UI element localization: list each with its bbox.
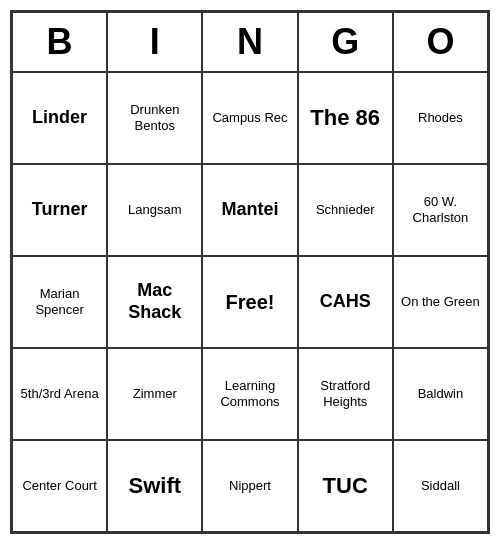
bingo-cell-2-1: Mac Shack [107, 256, 202, 348]
bingo-cell-4-1: Swift [107, 440, 202, 532]
bingo-cell-4-4: Siddall [393, 440, 488, 532]
bingo-row-1: TurnerLangsamManteiSchnieder60 W. Charls… [12, 164, 488, 256]
bingo-cell-3-0: 5th/3rd Arena [12, 348, 107, 440]
bingo-row-4: Center CourtSwiftNippertTUCSiddall [12, 440, 488, 532]
bingo-cell-2-3: CAHS [298, 256, 393, 348]
bingo-cell-0-3: The 86 [298, 72, 393, 164]
header-letter-I: I [107, 12, 202, 72]
bingo-cell-1-3: Schnieder [298, 164, 393, 256]
bingo-cell-1-2: Mantei [202, 164, 297, 256]
bingo-cell-0-4: Rhodes [393, 72, 488, 164]
bingo-body: LinderDrunken BentosCampus RecThe 86Rhod… [12, 72, 488, 532]
bingo-cell-0-1: Drunken Bentos [107, 72, 202, 164]
bingo-cell-4-3: TUC [298, 440, 393, 532]
bingo-cell-2-2: Free! [202, 256, 297, 348]
bingo-cell-0-0: Linder [12, 72, 107, 164]
bingo-cell-0-2: Campus Rec [202, 72, 297, 164]
bingo-cell-1-1: Langsam [107, 164, 202, 256]
bingo-cell-3-2: Learning Commons [202, 348, 297, 440]
bingo-card: BINGO LinderDrunken BentosCampus RecThe … [10, 10, 490, 534]
bingo-cell-4-0: Center Court [12, 440, 107, 532]
bingo-cell-2-0: Marian Spencer [12, 256, 107, 348]
bingo-cell-3-1: Zimmer [107, 348, 202, 440]
header-letter-O: O [393, 12, 488, 72]
bingo-cell-2-4: On the Green [393, 256, 488, 348]
header-letter-G: G [298, 12, 393, 72]
header-letter-N: N [202, 12, 297, 72]
bingo-header: BINGO [12, 12, 488, 72]
bingo-row-2: Marian SpencerMac ShackFree!CAHSOn the G… [12, 256, 488, 348]
bingo-cell-1-4: 60 W. Charlston [393, 164, 488, 256]
bingo-cell-3-3: Stratford Heights [298, 348, 393, 440]
bingo-cell-3-4: Baldwin [393, 348, 488, 440]
bingo-cell-4-2: Nippert [202, 440, 297, 532]
header-letter-B: B [12, 12, 107, 72]
bingo-row-3: 5th/3rd ArenaZimmerLearning CommonsStrat… [12, 348, 488, 440]
bingo-cell-1-0: Turner [12, 164, 107, 256]
bingo-row-0: LinderDrunken BentosCampus RecThe 86Rhod… [12, 72, 488, 164]
